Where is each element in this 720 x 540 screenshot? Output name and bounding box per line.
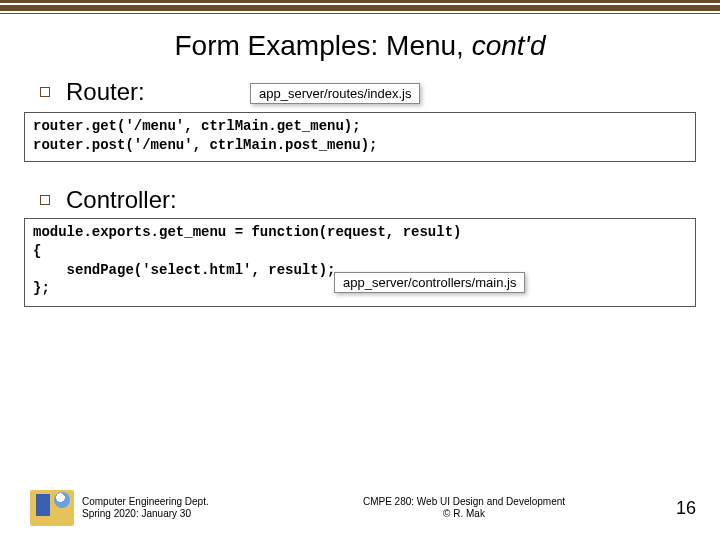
slide-title: Form Examples: Menu, cont'd <box>0 30 720 62</box>
footer-dept: Computer Engineering Dept. <box>82 496 252 509</box>
footer: Computer Engineering Dept. Spring 2020: … <box>0 490 720 526</box>
controller-heading: Controller: <box>66 186 177 214</box>
title-italic: cont'd <box>472 30 546 61</box>
page-number: 16 <box>676 498 696 519</box>
square-bullet-icon <box>40 195 50 205</box>
footer-left: Computer Engineering Dept. Spring 2020: … <box>82 496 252 521</box>
decorative-top-rule <box>0 0 720 14</box>
title-plain: Form Examples: Menu, <box>174 30 471 61</box>
router-code-box: router.get('/menu', ctrlMain.get_menu); … <box>24 112 696 162</box>
router-heading: Router: <box>66 78 145 106</box>
footer-center: CMPE 280: Web UI Design and Development … <box>252 496 676 521</box>
footer-term: Spring 2020: January 30 <box>82 508 252 521</box>
square-bullet-icon <box>40 87 50 97</box>
footer-copyright: © R. Mak <box>252 508 676 521</box>
sjsu-logo-icon <box>30 490 74 526</box>
controller-bullet-row: Controller: <box>40 186 720 214</box>
controller-path-label: app_server/controllers/main.js <box>334 272 525 293</box>
footer-course: CMPE 280: Web UI Design and Development <box>252 496 676 509</box>
router-path-label: app_server/routes/index.js <box>250 83 420 104</box>
controller-code-box: module.exports.get_menu = function(reque… <box>24 218 696 308</box>
